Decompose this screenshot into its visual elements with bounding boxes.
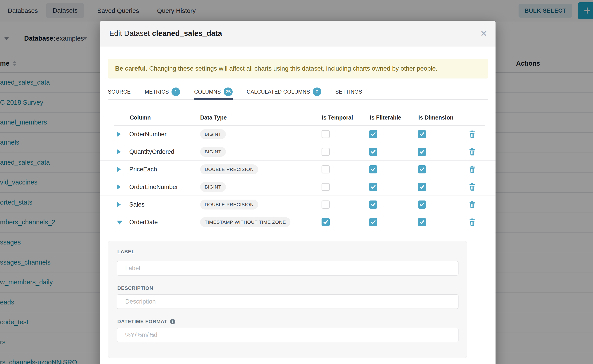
chevron-down-icon[interactable] — [117, 221, 122, 225]
description-field-heading: DESCRIPTION — [117, 285, 153, 291]
tab-metrics[interactable]: METRICS1 — [145, 84, 180, 99]
column-name: PriceEach — [129, 166, 157, 173]
is-temporal-checkbox[interactable] — [322, 201, 330, 209]
info-icon[interactable]: i — [170, 319, 175, 324]
chevron-right-icon[interactable] — [117, 131, 121, 137]
col-header-column: Column — [130, 114, 151, 121]
tab-label: CALCULATED COLUMNS — [247, 89, 310, 95]
description-input[interactable] — [117, 294, 459, 309]
column-name: OrderNumber — [129, 130, 166, 137]
column-name: OrderDate — [129, 219, 158, 226]
warning-text: Changing these settings will affect all … — [149, 65, 437, 72]
is-filterable-checkbox[interactable] — [369, 165, 377, 173]
is-filterable-checkbox[interactable] — [369, 201, 377, 209]
is-dimension-checkbox[interactable] — [418, 165, 426, 173]
col-header-data-type: Data Type — [200, 114, 227, 121]
trash-icon[interactable] — [469, 201, 476, 208]
trash-icon[interactable] — [469, 218, 476, 226]
data-type-pill: TIMESTAMP WITHOUT TIME ZONE — [200, 217, 290, 227]
modal-tabs: SOURCEMETRICS1COLUMNS25CALCULATED COLUMN… — [108, 84, 488, 100]
trash-icon[interactable] — [469, 183, 476, 191]
screen: Databases Datasets Saved Queries Query H… — [0, 0, 593, 364]
tab-label: METRICS — [145, 89, 169, 95]
is-filterable-checkbox[interactable] — [369, 183, 377, 191]
chevron-right-icon[interactable] — [117, 184, 121, 190]
chevron-right-icon[interactable] — [117, 149, 121, 155]
is-temporal-checkbox[interactable] — [322, 148, 330, 156]
modal-header: Edit Datasetcleaned_sales_data ✕ — [100, 21, 495, 46]
is-temporal-checkbox[interactable] — [322, 165, 330, 173]
close-icon[interactable]: ✕ — [480, 29, 488, 38]
is-temporal-checkbox[interactable] — [322, 130, 330, 138]
modal-title-dataset-name: cleaned_sales_data — [152, 29, 222, 38]
modal-title: Edit Datasetcleaned_sales_data — [109, 29, 222, 38]
label-input[interactable] — [117, 261, 459, 276]
column-row-quantityordered: QuantityOrderedBIGINT — [100, 143, 495, 161]
column-row-orderlinenumber: OrderLineNumberBIGINT — [100, 178, 495, 196]
tab-count-badge: 0 — [313, 87, 321, 96]
tab-count-badge: 25 — [224, 87, 233, 96]
is-dimension-checkbox[interactable] — [418, 183, 426, 191]
tab-columns[interactable]: COLUMNS25 — [194, 84, 233, 99]
column-name: OrderLineNumber — [129, 183, 178, 190]
col-header-is-filterable: Is Filterable — [370, 114, 401, 121]
trash-icon[interactable] — [469, 148, 476, 156]
datetime-format-heading-text: DATETIME FORMAT — [117, 319, 167, 325]
data-type-pill: BIGINT — [200, 182, 226, 192]
is-filterable-checkbox[interactable] — [369, 130, 377, 138]
tab-calculated-columns[interactable]: CALCULATED COLUMNS0 — [247, 84, 321, 99]
column-row-orderdate: OrderDateTIMESTAMP WITHOUT TIME ZONE — [100, 213, 495, 231]
datetime-format-input[interactable] — [117, 328, 459, 342]
data-type-pill: BIGINT — [200, 129, 226, 139]
column-row-ordernumber: OrderNumberBIGINT — [100, 125, 495, 143]
edit-dataset-modal: Edit Datasetcleaned_sales_data ✕ Be care… — [100, 21, 495, 364]
tab-label: SETTINGS — [335, 89, 362, 95]
column-row-sales: SalesDOUBLE PRECISION — [100, 196, 495, 213]
is-filterable-checkbox[interactable] — [369, 148, 377, 156]
label-field-heading: LABEL — [117, 249, 135, 255]
tab-label: SOURCE — [108, 89, 131, 95]
datetime-format-field-heading: DATETIME FORMAT i — [117, 319, 175, 325]
column-name: QuantityOrdered — [129, 148, 174, 155]
is-dimension-checkbox[interactable] — [418, 218, 426, 226]
data-type-pill: DOUBLE PRECISION — [200, 200, 258, 209]
tab-count-badge: 1 — [171, 87, 180, 96]
col-header-is-dimension: Is Dimension — [418, 114, 454, 121]
warning-bold: Be careful. — [115, 65, 147, 72]
data-type-pill: BIGINT — [200, 147, 226, 157]
modal-title-prefix: Edit Dataset — [109, 29, 150, 38]
col-header-is-temporal: Is Temporal — [322, 114, 353, 121]
chevron-right-icon[interactable] — [117, 167, 121, 172]
warning-banner: Be careful. Changing these settings will… — [108, 59, 488, 78]
trash-icon[interactable] — [469, 166, 476, 173]
trash-icon[interactable] — [469, 130, 476, 138]
is-dimension-checkbox[interactable] — [418, 130, 426, 138]
column-row-priceeach: PriceEachDOUBLE PRECISION — [100, 161, 495, 178]
column-detail-panel: LABEL DESCRIPTION DATETIME FORMAT i — [108, 241, 467, 358]
tab-settings[interactable]: SETTINGS — [335, 84, 362, 99]
is-temporal-checkbox[interactable] — [322, 183, 330, 191]
data-type-pill: DOUBLE PRECISION — [200, 164, 258, 174]
is-filterable-checkbox[interactable] — [369, 218, 377, 226]
chevron-right-icon[interactable] — [117, 202, 121, 207]
tab-label: COLUMNS — [194, 89, 221, 95]
is-dimension-checkbox[interactable] — [418, 148, 426, 156]
column-name: Sales — [129, 201, 145, 208]
tab-source[interactable]: SOURCE — [108, 84, 131, 99]
is-temporal-checkbox[interactable] — [322, 218, 330, 226]
is-dimension-checkbox[interactable] — [418, 201, 426, 209]
